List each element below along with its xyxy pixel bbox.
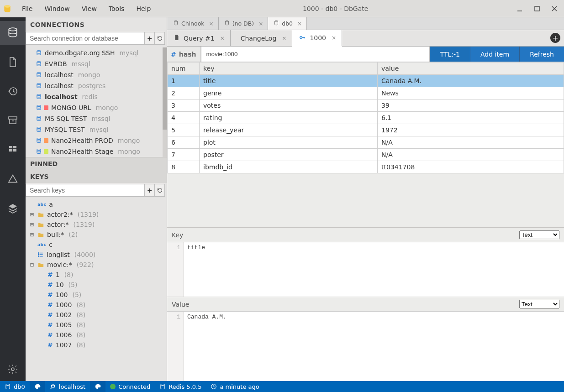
status-palette-host[interactable] bbox=[90, 381, 105, 392]
activity-history-icon[interactable] bbox=[0, 79, 26, 103]
cell-num[interactable]: 8 bbox=[168, 161, 200, 173]
cell-key[interactable]: title bbox=[200, 75, 378, 87]
cell-num[interactable]: 3 bbox=[168, 99, 200, 112]
tree-item[interactable]: ⊞actor2:*(1319) bbox=[26, 209, 167, 220]
tree-item[interactable]: abca bbox=[26, 199, 167, 209]
connection-tab[interactable]: db0× bbox=[268, 17, 307, 30]
window-minimize-button[interactable] bbox=[515, 4, 525, 14]
connection-item[interactable]: EVRDBmssql bbox=[26, 58, 167, 69]
cell-key[interactable]: genre bbox=[200, 87, 378, 99]
cell-value[interactable]: Canada A.M. bbox=[378, 75, 564, 87]
connection-item[interactable]: localhostredis bbox=[26, 91, 167, 102]
key-editor-content[interactable]: title bbox=[184, 242, 209, 297]
cell-value[interactable]: News bbox=[378, 87, 564, 99]
cell-value[interactable]: 39 bbox=[378, 99, 564, 112]
tree-item[interactable]: #1000(8) bbox=[26, 300, 167, 310]
cell-num[interactable]: 7 bbox=[168, 149, 200, 161]
cell-key[interactable]: ibmdb_id bbox=[200, 161, 378, 173]
key-editor[interactable]: 1 title bbox=[167, 242, 564, 297]
expand-icon[interactable]: ⊞ bbox=[29, 212, 35, 218]
cell-key[interactable]: release_year bbox=[200, 124, 378, 136]
table-row[interactable]: 1titleCanada A.M. bbox=[168, 75, 564, 87]
status-time[interactable]: a minute ago bbox=[206, 381, 264, 392]
tree-item[interactable]: #1006(8) bbox=[26, 330, 167, 340]
activity-plugins-icon[interactable] bbox=[0, 138, 26, 162]
document-tab[interactable]: ChangeLog× bbox=[231, 30, 293, 46]
tree-item[interactable]: #10(5) bbox=[26, 280, 167, 290]
cell-num[interactable]: 1 bbox=[168, 75, 200, 87]
connection-item[interactable]: Nano2Health Stagemongo bbox=[26, 146, 167, 157]
table-row[interactable]: 3votes39 bbox=[168, 99, 564, 112]
menu-window[interactable]: Window bbox=[39, 3, 75, 14]
connection-item[interactable]: Nano2Health PRODmongo bbox=[26, 135, 167, 146]
document-tab[interactable]: Query #1× bbox=[167, 30, 231, 46]
key-path-input[interactable] bbox=[201, 47, 429, 62]
activity-layers-icon[interactable] bbox=[0, 196, 26, 220]
status-palette-db[interactable] bbox=[30, 381, 45, 392]
table-row[interactable]: 8ibmdb_idtt0341708 bbox=[168, 161, 564, 173]
table-row[interactable]: 7posterN/A bbox=[168, 149, 564, 161]
tree-item[interactable]: ⊞bull:*(2) bbox=[26, 230, 167, 240]
col-key[interactable]: key bbox=[200, 63, 378, 75]
menu-file[interactable]: File bbox=[16, 3, 38, 14]
cell-value[interactable]: 1972 bbox=[378, 124, 564, 136]
connection-tab[interactable]: Chinook× bbox=[168, 17, 219, 30]
cell-key[interactable]: rating bbox=[200, 112, 378, 124]
cell-num[interactable]: 5 bbox=[168, 124, 200, 136]
connection-item[interactable]: MS SQL TESTmssql bbox=[26, 113, 167, 124]
key-mode-select[interactable]: Text bbox=[519, 230, 559, 239]
window-close-button[interactable] bbox=[549, 4, 559, 14]
table-row[interactable]: 2genreNews bbox=[168, 87, 564, 99]
window-maximize-button[interactable] bbox=[532, 4, 542, 14]
col-value[interactable]: value bbox=[378, 63, 564, 75]
activity-database-icon[interactable] bbox=[0, 21, 26, 45]
activity-filter-icon[interactable] bbox=[0, 167, 26, 191]
tree-item[interactable]: #1002(8) bbox=[26, 310, 167, 320]
keys-refresh-button[interactable] bbox=[155, 184, 165, 197]
tab-close-icon[interactable]: × bbox=[209, 21, 214, 27]
menu-help[interactable]: Help bbox=[131, 3, 156, 14]
refresh-button[interactable]: Refresh bbox=[519, 47, 564, 62]
cell-num[interactable]: 4 bbox=[168, 112, 200, 124]
tree-item[interactable]: #1(8) bbox=[26, 270, 167, 280]
connections-search-input[interactable] bbox=[26, 32, 145, 45]
connections-scrollbar[interactable] bbox=[163, 47, 167, 157]
expand-icon[interactable]: ⊞ bbox=[29, 232, 35, 238]
expand-icon[interactable]: ⊞ bbox=[29, 222, 35, 228]
cell-key[interactable]: poster bbox=[200, 149, 378, 161]
menu-tools[interactable]: Tools bbox=[103, 3, 130, 14]
keys-search-input[interactable] bbox=[26, 184, 145, 197]
connection-item[interactable]: localhostpostgres bbox=[26, 80, 167, 91]
tab-close-icon[interactable]: × bbox=[332, 35, 336, 41]
cell-value[interactable]: tt0341708 bbox=[378, 161, 564, 173]
keys-add-button[interactable]: + bbox=[145, 184, 155, 197]
collapse-icon[interactable]: ⊟ bbox=[29, 262, 35, 268]
tab-close-icon[interactable]: × bbox=[220, 35, 225, 42]
ttl-button[interactable]: TTL:-1 bbox=[430, 47, 470, 62]
tree-item[interactable]: #1007(8) bbox=[26, 340, 167, 350]
cell-num[interactable]: 6 bbox=[168, 136, 200, 149]
status-host[interactable]: localhost bbox=[45, 381, 90, 392]
tab-close-icon[interactable]: × bbox=[282, 35, 286, 42]
activity-archive-icon[interactable] bbox=[0, 109, 26, 132]
tab-close-icon[interactable]: × bbox=[258, 21, 263, 27]
connection-item[interactable]: localhostmongo bbox=[26, 69, 167, 80]
value-mode-select[interactable]: Text bbox=[519, 300, 559, 308]
cell-value[interactable]: 6.1 bbox=[378, 112, 564, 124]
connection-item[interactable]: demo.dbgate.org SSHmysql bbox=[26, 47, 167, 58]
document-tab[interactable]: 1000× bbox=[292, 30, 342, 47]
status-server[interactable]: Redis 5.0.5 bbox=[155, 381, 206, 392]
connections-add-button[interactable]: + bbox=[145, 32, 155, 45]
add-item-button[interactable]: Add item bbox=[470, 47, 519, 62]
tree-item[interactable]: abcc bbox=[26, 240, 167, 250]
tree-item[interactable]: #1005(8) bbox=[26, 320, 167, 330]
activity-file-icon[interactable] bbox=[0, 50, 26, 74]
connection-item[interactable]: MONGO URLmongo bbox=[26, 102, 167, 113]
tree-item[interactable]: #100(5) bbox=[26, 290, 167, 300]
add-tab-button[interactable]: + bbox=[550, 33, 560, 43]
connections-refresh-button[interactable] bbox=[155, 32, 165, 45]
table-row[interactable]: 6plotN/A bbox=[168, 136, 564, 149]
tree-item[interactable]: longlist(4000) bbox=[26, 250, 167, 260]
cell-num[interactable]: 2 bbox=[168, 87, 200, 99]
cell-value[interactable]: N/A bbox=[378, 149, 564, 161]
